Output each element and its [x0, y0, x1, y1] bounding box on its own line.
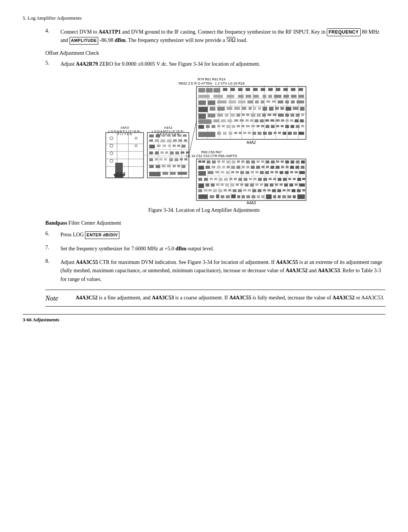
- svg-rect-315: [204, 178, 208, 181]
- svg-rect-251: [198, 160, 201, 163]
- svg-rect-349: [264, 184, 268, 187]
- svg-rect-348: [260, 184, 263, 186]
- svg-rect-146: [298, 132, 304, 135]
- svg-rect-262: [251, 160, 255, 163]
- svg-rect-330: [278, 178, 281, 181]
- svg-rect-142: [278, 132, 281, 134]
- svg-rect-288: [276, 166, 280, 169]
- svg-text:D E T E C T O R: D E T E C T O R: [157, 133, 179, 136]
- svg-rect-84: [273, 114, 277, 116]
- svg-rect-139: [263, 132, 267, 135]
- svg-rect-363: [228, 189, 231, 191]
- svg-rect-168: [123, 172, 124, 176]
- svg-rect-17: [206, 88, 213, 93]
- svg-point-157: [110, 137, 113, 140]
- enter-db-div-key: ENTER dB/DIV: [85, 231, 119, 239]
- svg-rect-120: [261, 125, 264, 127]
- step-4: 4. Connect DVM to A4A1TP1 and DVM ground…: [45, 28, 385, 45]
- svg-rect-81: [257, 114, 261, 117]
- svg-point-160: [110, 159, 113, 162]
- svg-rect-41: [298, 95, 304, 98]
- svg-rect-122: [271, 125, 275, 128]
- svg-rect-371: [267, 189, 270, 191]
- svg-rect-141: [274, 132, 277, 134]
- svg-rect-291: [290, 166, 294, 169]
- svg-rect-185: [183, 134, 187, 137]
- svg-rect-360: [213, 189, 217, 192]
- svg-rect-300: [236, 171, 239, 173]
- step-8: 8. Adjust A4A3C55 CTR for maximum DVM in…: [45, 258, 385, 284]
- svg-point-162: [135, 145, 137, 147]
- svg-rect-30: [198, 95, 210, 98]
- svg-rect-79: [246, 114, 249, 116]
- svg-rect-133: [234, 132, 237, 134]
- svg-rect-61: [242, 107, 246, 110]
- svg-rect-282: [246, 166, 249, 168]
- svg-rect-311: [290, 171, 293, 173]
- svg-rect-308: [275, 171, 278, 173]
- svg-rect-372: [272, 189, 276, 192]
- svg-rect-99: [260, 119, 264, 122]
- svg-rect-104: [286, 119, 289, 122]
- svg-rect-72: [198, 114, 206, 119]
- svg-rect-37: [268, 95, 272, 98]
- svg-rect-353: [284, 184, 288, 187]
- svg-rect-365: [238, 189, 242, 192]
- svg-rect-377: [297, 189, 301, 192]
- svg-rect-210: [159, 158, 162, 160]
- svg-rect-144: [288, 132, 292, 135]
- step-number-4: 4.: [45, 28, 60, 45]
- svg-rect-76: [230, 114, 235, 117]
- svg-rect-167: [121, 172, 122, 176]
- svg-rect-85: [278, 114, 284, 117]
- svg-rect-165: [119, 172, 119, 176]
- svg-rect-220: [173, 165, 176, 167]
- svg-rect-202: [161, 151, 164, 154]
- svg-rect-148: [106, 133, 144, 178]
- svg-rect-345: [245, 184, 249, 187]
- step-7-text: Set the frequency synthesizer for 7.6000…: [60, 245, 385, 253]
- svg-rect-253: [207, 160, 210, 163]
- svg-rect-307: [270, 171, 274, 173]
- svg-rect-204: [170, 151, 174, 154]
- svg-rect-40: [291, 95, 297, 98]
- svg-rect-34: [246, 95, 251, 98]
- svg-rect-137: [252, 132, 256, 135]
- svg-rect-359: [209, 189, 212, 191]
- svg-rect-396: [293, 195, 296, 198]
- svg-rect-119: [257, 125, 260, 127]
- svg-rect-270: [291, 160, 294, 163]
- svg-rect-266: [271, 160, 275, 163]
- svg-rect-20: [230, 88, 235, 91]
- svg-rect-95: [240, 119, 244, 122]
- svg-rect-216: [149, 165, 154, 168]
- svg-rect-100: [265, 119, 269, 122]
- svg-rect-51: [272, 100, 276, 103]
- svg-rect-64: [258, 107, 261, 110]
- svg-rect-33: [238, 95, 244, 98]
- svg-rect-77: [236, 114, 240, 117]
- svg-rect-131: [223, 132, 227, 135]
- svg-rect-387: [246, 195, 250, 198]
- svg-rect-261: [246, 160, 250, 163]
- svg-rect-329: [273, 178, 276, 180]
- frequency-key: FREQUENCY: [327, 28, 361, 36]
- svg-rect-70: [293, 107, 298, 110]
- svg-rect-312: [295, 171, 298, 173]
- svg-rect-281: [242, 166, 245, 168]
- svg-point-159: [110, 152, 113, 155]
- svg-rect-256: [222, 160, 225, 163]
- svg-rect-179: [149, 134, 154, 137]
- svg-rect-138: [258, 132, 261, 135]
- page-footer: 3-66 Adjustments: [23, 314, 385, 323]
- svg-rect-328: [269, 178, 272, 180]
- svg-rect-102: [276, 119, 280, 122]
- svg-rect-128: [301, 125, 304, 127]
- svg-rect-222: [182, 165, 185, 168]
- svg-rect-385: [237, 195, 240, 198]
- svg-rect-82: [262, 114, 266, 117]
- svg-rect-295: [208, 171, 213, 174]
- svg-rect-197: [173, 145, 176, 147]
- svg-rect-378: [302, 189, 305, 191]
- svg-rect-78: [242, 114, 245, 116]
